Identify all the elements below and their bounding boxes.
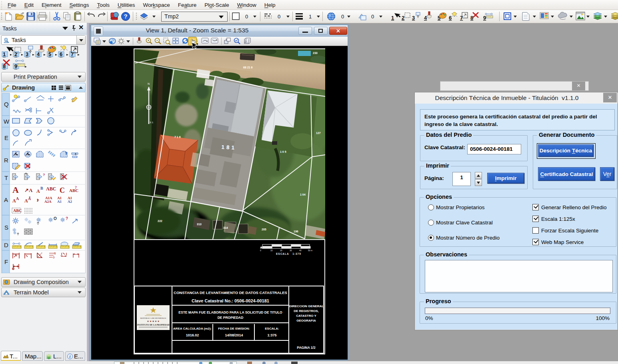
svg-text:Q: Q bbox=[4, 101, 9, 108]
svg-text:ABC: ABC bbox=[13, 208, 22, 213]
svg-text:ABC: ABC bbox=[46, 186, 56, 192]
svg-text:N: N bbox=[148, 82, 150, 85]
svg-text:10: 10 bbox=[270, 249, 273, 252]
svg-text:A1: A1 bbox=[57, 200, 62, 204]
svg-text:196: 196 bbox=[294, 230, 298, 233]
svg-text:W: W bbox=[4, 118, 10, 125]
svg-text:3: 3 bbox=[26, 51, 28, 57]
svg-text:6: 6 bbox=[449, 15, 452, 21]
svg-text:A: A bbox=[24, 198, 28, 204]
svg-text:1 04: 1 04 bbox=[300, 193, 306, 196]
svg-text:A2A: A2A bbox=[44, 200, 52, 204]
svg-text:1 0 5: 1 0 5 bbox=[280, 150, 286, 153]
svg-text:4: 4 bbox=[424, 15, 427, 21]
svg-text:30: 30 bbox=[290, 249, 292, 252]
svg-text:ESCALA 1:375: ESCALA 1:375 bbox=[276, 252, 301, 255]
svg-text:6: 6 bbox=[60, 51, 62, 57]
svg-text:205: 205 bbox=[262, 228, 266, 231]
svg-text:A: A bbox=[16, 196, 19, 201]
svg-text:D: D bbox=[4, 242, 8, 248]
svg-text:E: E bbox=[4, 134, 8, 141]
svg-text:B: B bbox=[40, 186, 43, 190]
svg-text:1: 1 bbox=[391, 15, 394, 21]
svg-text:↗A: ↗A bbox=[24, 187, 33, 193]
svg-text:2: 2 bbox=[402, 15, 404, 21]
svg-text:A: A bbox=[12, 198, 16, 204]
svg-text:Ã: Ã bbox=[28, 196, 31, 201]
svg-text:i: i bbox=[70, 354, 71, 359]
svg-text:1: 1 bbox=[3, 51, 6, 57]
svg-text:S: S bbox=[4, 224, 8, 231]
svg-text:INSTITUTO DE LA PROPIEDAD: INSTITUTO DE LA PROPIEDAD bbox=[137, 324, 170, 326]
svg-text:O: O bbox=[54, 216, 57, 221]
svg-text:?: ? bbox=[75, 185, 77, 190]
svg-text:8: 8 bbox=[470, 15, 473, 21]
svg-text:0: 0 bbox=[260, 249, 261, 252]
svg-text:REPUBLICA DE HONDURAS: REPUBLICA DE HONDURAS bbox=[140, 317, 166, 319]
svg-text:9: 9 bbox=[14, 63, 17, 69]
svg-text:0: 0 bbox=[53, 256, 55, 259]
svg-text:★ ★ ★ ★ ★: ★ ★ ★ ★ ★ bbox=[147, 320, 160, 322]
svg-text:127: 127 bbox=[316, 132, 321, 134]
svg-text:313: 313 bbox=[197, 223, 202, 226]
svg-text:9: 9 bbox=[483, 15, 486, 21]
svg-text:?: ? bbox=[43, 173, 45, 177]
svg-text:181: 181 bbox=[221, 144, 236, 151]
svg-text:3: 3 bbox=[54, 252, 56, 255]
svg-text:S 1: S 1 bbox=[150, 121, 154, 124]
svg-text:A: A bbox=[4, 196, 8, 203]
svg-text:T: T bbox=[4, 174, 8, 181]
svg-text:?: ? bbox=[65, 151, 68, 155]
svg-text:ABC: ABC bbox=[69, 188, 78, 193]
svg-text:A: A bbox=[12, 185, 19, 195]
svg-text:314: 314 bbox=[223, 226, 228, 229]
svg-text:50 m: 50 m bbox=[308, 249, 312, 252]
svg-text:A: A bbox=[36, 188, 40, 194]
svg-text:?: ? bbox=[66, 216, 68, 221]
svg-text:3: 3 bbox=[412, 15, 415, 21]
svg-text:?: ? bbox=[124, 13, 127, 20]
svg-text:4: 4 bbox=[37, 51, 40, 57]
svg-text:40: 40 bbox=[299, 249, 302, 252]
svg-text:C: C bbox=[60, 186, 65, 194]
svg-text:7 1 6: 7 1 6 bbox=[174, 136, 181, 138]
svg-text:F: F bbox=[4, 258, 8, 265]
svg-text:A2: A2 bbox=[68, 200, 72, 204]
svg-text:222: 222 bbox=[158, 220, 162, 222]
svg-text:68 21 6: 68 21 6 bbox=[243, 66, 252, 69]
svg-text:20: 20 bbox=[280, 249, 282, 252]
svg-text:233: 233 bbox=[313, 52, 318, 54]
svg-text:R: R bbox=[4, 157, 8, 164]
